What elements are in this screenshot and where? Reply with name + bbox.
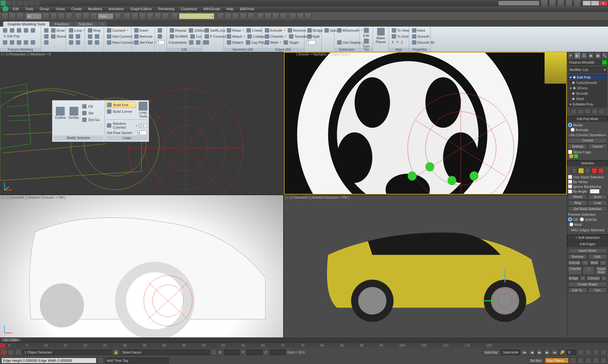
target-button[interactable]: Target <box>283 40 300 45</box>
split-button[interactable]: Split <box>306 34 320 39</box>
repeat-button[interactable]: Repeat <box>169 28 187 33</box>
time-config-button[interactable] <box>570 357 576 364</box>
edge-subobj-icon[interactable] <box>578 168 584 174</box>
y-coord-field[interactable] <box>247 349 263 355</box>
keymode-dropdown[interactable]: Selected ▾ <box>501 349 520 355</box>
stack-turbosmooth[interactable]: ◉ TurboSmooth <box>569 80 606 85</box>
current-frame-field[interactable]: 0 <box>567 349 576 355</box>
menu-grapheditors[interactable]: Graph Editors <box>128 7 154 11</box>
modifier-stack[interactable]: ▸ ◉ Edit Poly ◉ TurboSmooth ▸ ◉ XForm ◉ … <box>568 74 607 107</box>
turn-button[interactable]: Turn <box>362 38 371 49</box>
selection-filter[interactable]: All▾ <box>26 13 42 19</box>
goto-end-button[interactable]: ⏭ <box>552 349 558 355</box>
stack-editpoly[interactable]: ▸ ◉ Edit Poly <box>569 74 606 80</box>
byvertex-checkbox[interactable]: By Vertex <box>568 179 607 184</box>
qat-more[interactable] <box>35 1 40 6</box>
looptools-button[interactable]: Loop Tools <box>139 102 147 118</box>
edittri-button[interactable]: Edit Tri. <box>568 288 587 293</box>
next-frame-button[interactable]: ▶ <box>544 349 550 355</box>
preview-subobj-radio[interactable]: SubObj <box>580 217 597 222</box>
extra3-button[interactable] <box>304 13 311 20</box>
ribbon-tab-overflow[interactable]: ◦ <box>98 22 107 27</box>
menu-help[interactable]: Help <box>224 7 236 11</box>
z-button[interactable]: Z <box>400 40 404 44</box>
spinner-snap-button[interactable] <box>162 13 169 20</box>
cut-button[interactable]: Cut <box>189 34 202 39</box>
y-button[interactable]: Y <box>396 40 400 44</box>
extra2-button[interactable] <box>297 13 304 20</box>
chamfer-edge-button[interactable]: Chamfer <box>568 266 582 275</box>
attach-button[interactable]: Attach▾ <box>226 34 246 39</box>
sb-btn2[interactable] <box>15 349 22 355</box>
keyboard-shortcut-button[interactable] <box>131 13 138 20</box>
show-result-button[interactable] <box>578 109 584 114</box>
viewport-camera02[interactable]: [ + ] [ Camera02 ] [ Ambient Occlusion +… <box>284 195 567 338</box>
relax-button[interactable]: Relax▾ <box>226 28 245 33</box>
element-subobj-icon[interactable] <box>598 168 604 174</box>
grow-button[interactable]: Grow <box>50 28 66 33</box>
menu-rendering[interactable]: Rendering <box>156 7 177 11</box>
select-rotate-button[interactable] <box>82 13 89 20</box>
rollout-editpolymode[interactable]: Edit Poly Mode <box>567 116 608 122</box>
menu-group[interactable]: Group <box>37 7 52 11</box>
ribbon-tab-selection[interactable]: Selection <box>74 22 97 27</box>
display-tab[interactable]: ▦ <box>594 52 601 59</box>
qat-save[interactable] <box>18 1 23 6</box>
redo-button[interactable] <box>9 13 16 20</box>
ignoreback-checkbox[interactable]: Ignore Backfacing <box>568 184 607 189</box>
configure-button[interactable] <box>598 109 605 114</box>
prev-frame-button[interactable]: ◀ <box>529 349 535 355</box>
split-edge-button[interactable]: Split <box>588 254 607 259</box>
setflow-button[interactable]: Set Flow▾ <box>133 40 157 45</box>
preview-multi-radio[interactable]: Multi <box>569 222 582 227</box>
key-button[interactable]: 🔑 <box>559 349 566 355</box>
viewport-label[interactable]: [ + ] [ Camera02 ] [ Ambient Occlusion +… <box>285 196 349 199</box>
extrude-edge-button[interactable]: Extrude <box>568 260 581 265</box>
togrid-button[interactable]: To Grid <box>391 34 409 39</box>
connect-edge-button[interactable]: Connect <box>586 276 600 281</box>
turn-edge-button[interactable]: Turn <box>588 288 607 293</box>
named-selection-sets[interactable]: Create Selection Se▾ <box>179 13 214 19</box>
extra1-button[interactable] <box>289 13 296 20</box>
keyfilters-button[interactable]: Key Filters... <box>545 358 569 363</box>
nav-fov-button[interactable] <box>600 349 607 355</box>
nav-zoomext-button[interactable] <box>593 349 599 355</box>
select-scale-button[interactable] <box>90 13 97 20</box>
insert-button[interactable]: Insert <box>133 28 149 33</box>
utilities-tab[interactable]: 🔧 <box>601 52 608 59</box>
distconnect-button[interactable]: Dist Connect <box>106 34 133 39</box>
rollout-editedges[interactable]: Edit Edges <box>567 241 608 247</box>
menu-create[interactable]: Create <box>69 7 84 11</box>
track-bar-toggle[interactable] <box>0 343 5 348</box>
ref-coord-system[interactable]: View▾ <box>98 13 114 19</box>
motion-tab[interactable]: ◉ <box>588 52 595 59</box>
nav-zoom-button[interactable] <box>578 349 584 355</box>
schematic-button[interactable] <box>247 13 254 20</box>
fill-button[interactable]: Fill <box>82 104 100 109</box>
qat-undo[interactable] <box>23 1 29 6</box>
x-coord-field[interactable] <box>224 349 240 355</box>
step-button[interactable]: Ste <box>82 110 100 116</box>
menu-maxscript[interactable]: MAXScript <box>201 7 223 11</box>
createshape-button[interactable]: Create Shape <box>568 282 607 287</box>
script-listener-toggle[interactable] <box>1 350 6 354</box>
stack-shell[interactable]: ◉ Shell <box>569 96 606 101</box>
shrink-sel-button[interactable]: Shrink <box>568 194 587 200</box>
polygon-subobj-icon[interactable] <box>592 168 597 174</box>
connect-button[interactable]: Connect▾ <box>106 28 129 33</box>
x-button[interactable]: X <box>391 40 395 44</box>
settings-button[interactable]: Settings <box>568 144 587 149</box>
showcage-checkbox[interactable]: Show Cage <box>568 150 607 154</box>
snap-toggle-button[interactable] <box>139 13 146 20</box>
maximize-button[interactable]: ◻ <box>591 1 599 6</box>
render-button[interactable] <box>280 13 287 20</box>
makeplanar-button[interactable]: Make Planar <box>375 27 387 44</box>
transform-type-button[interactable] <box>211 349 217 355</box>
rollout-selection[interactable]: Selection <box>567 161 608 166</box>
mssmooth-button[interactable]: MSsmooth▾ <box>336 28 363 33</box>
menu-tools[interactable]: Tools <box>23 7 36 11</box>
getstack-button[interactable]: Get Stack Selection <box>568 206 607 212</box>
pivot-button[interactable] <box>114 13 121 20</box>
menu-animation[interactable]: Animation <box>106 7 127 11</box>
byangle-checkbox[interactable]: By Angle:45.0 <box>568 189 607 194</box>
